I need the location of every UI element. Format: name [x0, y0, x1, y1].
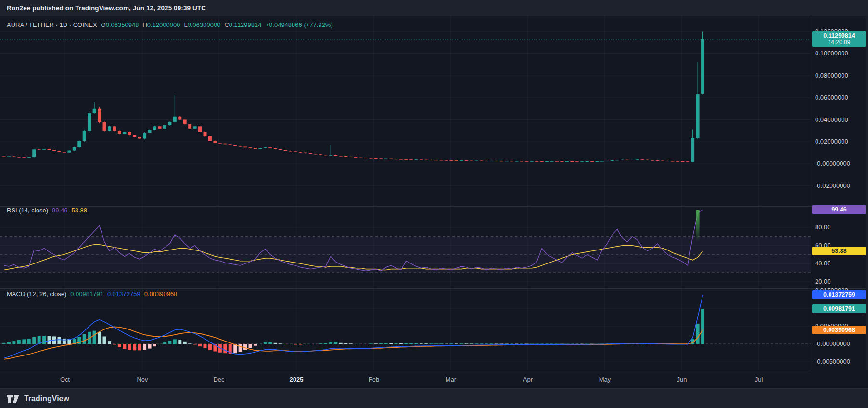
rsi-indicator-plot[interactable]	[0, 206, 811, 288]
rsi-legend: RSI (14, close) 99.46 53.88	[7, 207, 87, 214]
pane-divider[interactable]	[0, 288, 868, 289]
axis-label: -0.00500000	[815, 358, 850, 366]
axis-label: 0.10000000	[815, 50, 848, 57]
time-axis-month-label: Jul	[755, 376, 763, 383]
last-price-badge: 0.1129981414:20:09	[812, 31, 866, 47]
macd-hist-badge: 0.00981791	[812, 304, 866, 313]
price-legend: AURA / TETHER · 1D · COINEX O0.06350948 …	[7, 21, 333, 28]
tradingview-published-chart: Ron2ee published on TradingView.com, Jun…	[0, 0, 868, 408]
pane-divider[interactable]	[0, 206, 868, 207]
macd-legend: MACD (12, 26, close) 0.00981791 0.013727…	[7, 290, 177, 298]
time-axis-month-label: Feb	[369, 376, 379, 383]
ohlc-close: C0.11299814	[224, 21, 261, 28]
ohlc-low: L0.06300000	[184, 21, 220, 28]
axis-label: 80.00	[815, 224, 831, 231]
tradingview-link[interactable]: TradingView	[7, 394, 69, 404]
ohlc-high: H0.12000000	[142, 21, 180, 28]
axis-label: 40.00	[815, 260, 831, 267]
price-axis[interactable]: 0.120000000.100000000.080000000.06000000…	[811, 16, 868, 370]
time-axis-month-label: May	[599, 376, 611, 383]
symbol-title: AURA / TETHER · 1D · COINEX	[7, 21, 97, 28]
macd-signal-legend-value: 0.00390968	[144, 290, 178, 298]
rsi-ma-badge: 53.88	[812, 247, 866, 255]
axis-label: 20.00	[815, 278, 831, 286]
axis-label: 0.06000000	[815, 94, 848, 102]
axis-label: -0.00000000	[815, 340, 850, 348]
axis-label: -0.02000000	[815, 182, 850, 190]
time-axis-month-label: 2025	[290, 376, 304, 383]
time-axis-month-label: Apr	[523, 376, 533, 383]
time-axis-month-label: Dec	[213, 376, 224, 383]
tradingview-logo-icon	[7, 394, 20, 404]
axis-label: 0.08000000	[815, 72, 848, 79]
publish-header-text: Ron2ee published on TradingView.com, Jun…	[7, 4, 206, 12]
macd-hist-legend-value: 0.00981791	[70, 290, 103, 298]
change-value: +0.04948866 (+77.92%)	[266, 21, 333, 28]
macd-indicator-plot[interactable]	[0, 288, 811, 370]
rsi-value-badge: 99.46	[812, 205, 866, 214]
time-axis-month-label: Oct	[60, 376, 70, 383]
time-axis-month-label: Mar	[446, 376, 456, 383]
time-axis[interactable]: OctNovDec2025FebMarAprMayJunJul	[0, 370, 811, 389]
price-chart-plot[interactable]	[0, 16, 811, 206]
publish-header: Ron2ee published on TradingView.com, Jun…	[0, 0, 868, 16]
axis-label: 0.04000000	[815, 116, 848, 124]
axis-label: -0.00000000	[815, 160, 850, 168]
ohlc-open: O0.06350948	[101, 21, 139, 28]
rsi-ma-legend-value: 53.88	[72, 207, 88, 214]
time-axis-month-label: Nov	[137, 376, 148, 383]
footer-bar: TradingView	[0, 388, 868, 408]
rsi-legend-value: 99.46	[52, 207, 68, 214]
macd-signal-badge: 0.00390968	[812, 326, 866, 334]
macd-line-badge: 0.01372759	[812, 290, 866, 299]
macd-legend-title: MACD (12, 26, close)	[7, 290, 66, 298]
axis-label: 0.02000000	[815, 138, 848, 145]
tradingview-brand-text: TradingView	[24, 395, 69, 403]
right-edge-strip	[866, 16, 868, 370]
time-axis-month-label: Jun	[677, 376, 687, 383]
rsi-legend-title: RSI (14, close)	[7, 207, 48, 214]
macd-line-legend-value: 0.01372759	[107, 290, 140, 298]
